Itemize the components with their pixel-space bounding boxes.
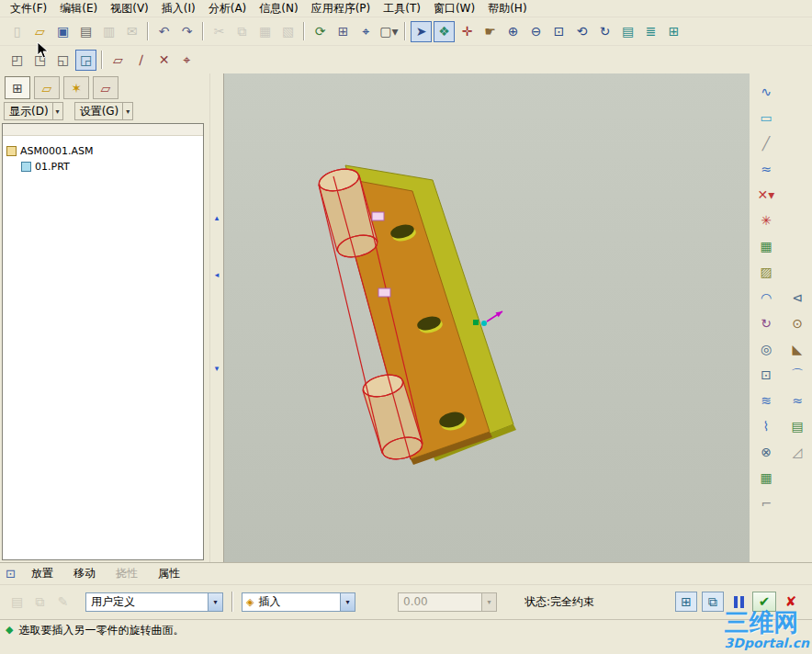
placement-copy-button[interactable]: ⧉ [29, 592, 51, 613]
menu-insert[interactable]: 插入(I) [155, 0, 202, 18]
chamfer-tool-button[interactable]: ◣ [786, 338, 808, 360]
intersect-tool-button[interactable]: ⊗ [755, 441, 777, 463]
zoom-out-button[interactable]: ⊖ [525, 21, 547, 42]
regenerate-button[interactable]: ⟳ [310, 21, 331, 42]
arc-segment-tool-button[interactable]: ⌒ [786, 364, 808, 386]
folder-browser-tab[interactable]: ▱ [34, 76, 60, 99]
model-canvas[interactable] [224, 73, 750, 562]
chevron-down-icon[interactable]: ▾ [340, 593, 355, 611]
curve-tool-button[interactable]: ⌇ [755, 415, 777, 437]
undo-button[interactable]: ↶ [153, 21, 175, 42]
chevron-down-icon[interactable]: ▾ [208, 593, 222, 611]
style-tool-button[interactable]: ∿ [755, 81, 777, 103]
open-file-button[interactable]: ▱ [29, 21, 51, 42]
sash-collapse-left[interactable]: ◂ [215, 270, 220, 279]
tree-item-01prt[interactable]: 01.PRT [3, 159, 203, 175]
corner-tool-button[interactable]: ⌐ [755, 492, 777, 514]
selection-filter-button[interactable]: ▢▾ [378, 21, 400, 42]
pause-button[interactable] [727, 592, 750, 612]
repaint-button[interactable]: ⟲ [571, 21, 592, 42]
favorites-tab[interactable]: ✶ [63, 76, 89, 99]
rotate-tool-button[interactable]: ↻ [755, 312, 777, 334]
show-dropdown-button[interactable]: 显示(D) ▾ [4, 102, 63, 120]
window-activate-button[interactable]: ◲ [75, 50, 96, 71]
send-mail-button[interactable]: ✉ [121, 21, 142, 42]
select-box-button[interactable]: ❖ [434, 21, 455, 42]
paste-special-button[interactable]: ▧ [277, 21, 299, 42]
redo-button[interactable]: ↷ [176, 21, 197, 42]
find-button[interactable]: ⌖ [355, 21, 377, 42]
ok-button[interactable]: ✔ [752, 592, 776, 612]
select-items-button[interactable]: ➤ [411, 21, 432, 42]
menu-edit[interactable]: 编辑(E) [53, 0, 104, 18]
menu-info[interactable]: 信息(N) [253, 0, 304, 18]
triangle-tool-button[interactable]: ◿ [786, 441, 808, 463]
preset-combobox[interactable]: 用户定义 ▾ [85, 592, 223, 612]
saved-views-button[interactable]: ▤ [617, 21, 638, 42]
datum-csys-button[interactable]: ⌖ [176, 50, 197, 71]
connections-tab[interactable]: ▱ [93, 76, 118, 99]
wave-tool-button[interactable]: ≈ [786, 389, 808, 412]
rectangle-tool-button[interactable]: ▭ [755, 107, 777, 129]
grid-tool-button[interactable]: ▦ [755, 467, 777, 489]
point-star-tool-button[interactable]: ✳ [755, 209, 777, 231]
spline-tool-button[interactable]: ≈ [755, 158, 777, 180]
menu-applications[interactable]: 应用程序(P) [305, 0, 378, 18]
model-window-toggle[interactable]: ⧉ [702, 592, 724, 612]
separator[interactable] [202, 22, 204, 40]
datum-plane-button[interactable]: ▱ [107, 50, 129, 71]
datum-point-button[interactable]: ✕ [153, 50, 175, 71]
sash-collapse-up[interactable]: ▴ [215, 213, 220, 222]
menu-view[interactable]: 视图(V) [104, 0, 155, 18]
3d-viewport[interactable] [223, 73, 750, 562]
layers-button[interactable]: ≣ [640, 21, 661, 42]
model-tree-tab[interactable]: ⊞ [5, 76, 30, 99]
constraint-type-combobox[interactable]: ◈ 插入 ▾ [242, 592, 355, 612]
separator[interactable] [404, 22, 406, 40]
menu-tools[interactable]: 工具(T) [377, 0, 427, 18]
dashboard-tab-properties[interactable]: 属性 [148, 564, 190, 583]
arc-tool-button[interactable]: ◠ [755, 287, 777, 309]
save-file-button[interactable]: ▣ [52, 21, 73, 42]
drag-handle-middle[interactable] [378, 288, 390, 297]
preview-window-toggle[interactable]: ⊞ [675, 592, 697, 612]
hatch-tool-button[interactable]: ▨ [755, 261, 777, 283]
panel-splitter[interactable]: ▴◂▾ [209, 73, 223, 562]
reorient-button[interactable]: ↻ [594, 21, 615, 42]
pattern-tool-button[interactable]: ▦ [755, 235, 777, 257]
print-preview-button[interactable]: ▥ [98, 21, 119, 42]
cancel-button[interactable]: ✘ [779, 592, 803, 612]
spin-center-button[interactable]: ✛ [457, 21, 478, 42]
sash-collapse-down[interactable]: ▾ [215, 364, 220, 373]
copy-button[interactable]: ⧉ [231, 21, 253, 42]
project-tool-button[interactable]: ⊡ [755, 364, 777, 386]
mirror-tool-button[interactable]: ⊲ [786, 287, 808, 309]
point-tool-button[interactable]: ✕▾ [755, 184, 777, 206]
dashboard-tab-placement[interactable]: 放置 [21, 564, 63, 583]
round-tool-button[interactable]: ⊙ [786, 312, 808, 334]
menu-window[interactable]: 窗口(W) [427, 0, 481, 18]
pan-button[interactable]: ☛ [479, 21, 501, 42]
print-button[interactable]: ▤ [75, 21, 96, 42]
menu-help[interactable]: 帮助(H) [481, 0, 533, 18]
offset-tool-button[interactable]: ◎ [755, 338, 777, 360]
placement-edit-button[interactable]: ✎ [52, 592, 73, 613]
menu-file[interactable]: 文件(F) [4, 0, 53, 18]
settings-dropdown-button[interactable]: 设置(G) ▾ [74, 102, 134, 120]
cut-button[interactable]: ✂ [209, 21, 230, 42]
window-tile-button[interactable]: ◰ [6, 50, 28, 71]
view-manager-button[interactable]: ⊞ [663, 21, 684, 42]
separator[interactable] [101, 51, 103, 69]
paste-button[interactable]: ▦ [254, 21, 276, 42]
line-tool-button[interactable]: ╱ [755, 132, 777, 154]
drag-handle-top[interactable] [372, 212, 384, 220]
separator[interactable] [147, 22, 149, 40]
new-file-button[interactable]: ▯ [6, 21, 28, 42]
tree-item-asm0001[interactable]: ASM0001.ASM [3, 143, 203, 159]
zoom-fit-button[interactable]: ⊡ [548, 21, 570, 42]
dashboard-tab-flexibility[interactable]: 挠性 [106, 564, 148, 583]
zoom-in-button[interactable]: ⊕ [502, 21, 524, 42]
dashboard-tab-move[interactable]: 移动 [63, 564, 106, 583]
window-close-button[interactable]: ◱ [52, 50, 73, 71]
menu-analysis[interactable]: 分析(A) [202, 0, 254, 18]
